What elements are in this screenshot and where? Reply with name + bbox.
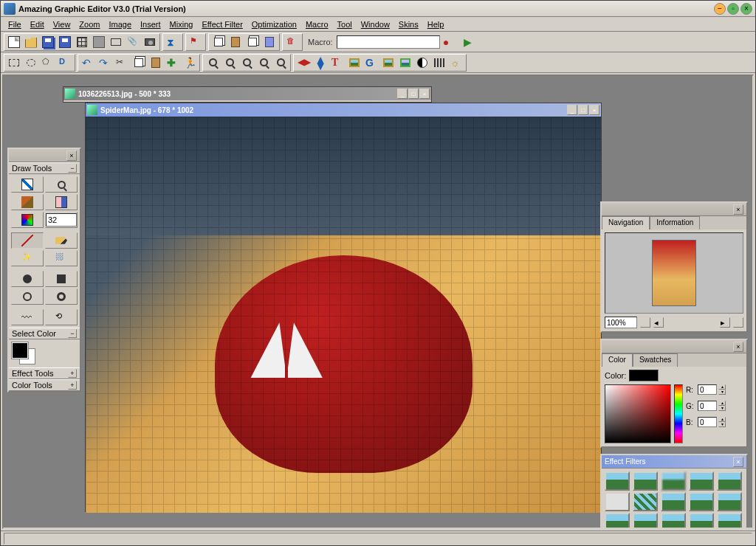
paste-button[interactable] — [227, 35, 244, 49]
select-text-button[interactable]: D — [57, 55, 73, 70]
effect-thumb-7[interactable] — [633, 492, 658, 511]
g-button[interactable]: G — [363, 55, 379, 70]
doc1-titlebar[interactable]: 1036226513.jpg - 500 * 333 _ □ × — [63, 87, 431, 100]
g-up[interactable]: ▴ — [718, 401, 726, 406]
b-input[interactable] — [698, 417, 717, 427]
macro-input[interactable] — [337, 35, 440, 49]
effect-thumb-1[interactable] — [605, 471, 630, 491]
doc2-minimize[interactable]: _ — [567, 105, 577, 115]
save-all-button[interactable] — [40, 35, 56, 49]
select-ellipse-button[interactable] — [23, 55, 39, 70]
zoom-actual-button[interactable] — [255, 55, 272, 70]
pencil-tool[interactable] — [45, 232, 78, 249]
g-input[interactable] — [698, 401, 717, 411]
fx-panel-close[interactable]: × — [733, 457, 743, 467]
new-button[interactable] — [6, 35, 22, 49]
close-button[interactable]: × — [740, 3, 752, 15]
foreground-swatch[interactable] — [12, 342, 28, 359]
menu-effect-filter[interactable]: Effect Filter — [197, 18, 247, 30]
b-up[interactable]: ▴ — [718, 417, 726, 422]
draw-tools-close[interactable]: × — [66, 151, 77, 161]
effect-thumb-5[interactable] — [717, 471, 742, 491]
runner-button[interactable]: 🏃 — [182, 55, 198, 70]
effect-thumb-11[interactable] — [605, 513, 630, 529]
tab-swatches[interactable]: Swatches — [633, 353, 678, 367]
effect-thumb-14[interactable] — [689, 513, 714, 529]
tab-navigation[interactable]: Navigation — [602, 216, 650, 229]
menu-zoom[interactable]: Zoom — [75, 18, 104, 30]
effect-thumb-3[interactable] — [661, 471, 686, 491]
tab-information[interactable]: Information — [650, 216, 700, 229]
mail-button[interactable] — [108, 35, 124, 49]
menu-tool[interactable]: Tool — [333, 18, 357, 30]
tab-color[interactable]: Color — [602, 353, 633, 367]
play-macro-button[interactable]: ▶ — [461, 35, 475, 49]
eyedropper-tool[interactable] — [11, 176, 44, 193]
menu-mixing[interactable]: Mixing — [165, 18, 198, 30]
text-button[interactable]: T — [329, 55, 346, 70]
select-rect-button[interactable] — [6, 55, 22, 70]
color-swatches[interactable] — [12, 342, 35, 364]
flag-button[interactable]: ⚑ — [188, 35, 204, 49]
ring-tool[interactable] — [45, 288, 78, 305]
browse-button[interactable] — [74, 35, 90, 49]
redo-button[interactable]: ↷ — [97, 55, 113, 70]
menu-edit[interactable]: Edit — [26, 18, 49, 30]
doc2-maximize[interactable]: □ — [578, 105, 588, 115]
curve-tool[interactable]: 〰 — [11, 309, 44, 325]
camera-button[interactable] — [142, 35, 158, 49]
zoom-out-button[interactable] — [205, 55, 221, 70]
nav-panel-close[interactable]: × — [733, 204, 743, 215]
eraser-tool[interactable] — [45, 194, 78, 210]
zoom-slider-right[interactable]: ▸ — [720, 317, 730, 328]
levels-button[interactable] — [431, 55, 447, 70]
zoom-up-button[interactable] — [733, 317, 743, 328]
color-tools-expand[interactable]: + — [68, 381, 77, 390]
frame-button[interactable] — [380, 55, 396, 70]
frame2-button[interactable] — [397, 55, 413, 70]
menu-help[interactable]: Help — [423, 18, 449, 30]
r-up[interactable]: ▴ — [718, 384, 726, 390]
zoom-down-button[interactable] — [640, 317, 650, 328]
maximize-button[interactable]: ▫ — [727, 3, 739, 15]
menu-macro[interactable]: Macro — [301, 18, 333, 30]
doc1-minimize[interactable]: _ — [397, 89, 408, 99]
zoom-in-button[interactable] — [221, 55, 238, 70]
doc1-maximize[interactable]: □ — [408, 89, 419, 99]
brush-size-input[interactable] — [46, 213, 77, 227]
contrast-button[interactable] — [414, 55, 430, 70]
timer-button[interactable]: ⧗ — [165, 35, 181, 49]
zoom-field[interactable] — [605, 317, 637, 328]
r-down[interactable]: ▾ — [718, 390, 726, 395]
effect-thumb-8[interactable] — [661, 492, 686, 511]
color-preview[interactable] — [629, 370, 659, 381]
circle-outline-tool[interactable] — [11, 288, 44, 305]
flip-h-button[interactable]: ◀▶ — [295, 55, 312, 70]
document-window-2[interactable]: SpiderMan.jpg - 678 * 1002 _ □ × — [85, 103, 602, 512]
crop-button[interactable]: ✚ — [165, 55, 181, 70]
effect-thumb-2[interactable] — [633, 471, 658, 491]
paste2-button[interactable] — [148, 55, 164, 70]
brush-size-tool[interactable] — [45, 212, 78, 228]
effect-thumb-12[interactable] — [633, 513, 658, 529]
doc2-canvas[interactable] — [86, 117, 601, 513]
record-button[interactable]: ● — [441, 35, 457, 49]
b-down[interactable]: ▾ — [718, 422, 726, 427]
lasso-tool[interactable]: ⟲ — [45, 309, 78, 325]
saturation-picker[interactable] — [605, 384, 671, 443]
select-freehand-button[interactable]: ⬠ — [40, 55, 56, 70]
paste-special-button[interactable] — [261, 35, 278, 49]
effect-thumb-13[interactable] — [661, 513, 686, 529]
save-button[interactable] — [57, 35, 73, 49]
effect-tools-expand[interactable]: + — [68, 369, 77, 378]
menu-insert[interactable]: Insert — [136, 18, 165, 30]
undo-button[interactable]: ↶ — [80, 55, 96, 70]
wand-tool[interactable]: ✨ — [11, 250, 44, 266]
document-window-1[interactable]: 1036226513.jpg - 500 * 333 _ □ × — [63, 86, 432, 103]
titlebar[interactable]: Amazing Graphic Editor V3.0 (Trial Versi… — [1, 1, 755, 17]
line-tool[interactable] — [11, 232, 44, 249]
insert-image-button[interactable] — [346, 55, 362, 70]
brush-tool[interactable] — [11, 194, 44, 210]
select-color-collapse[interactable]: − — [68, 329, 77, 338]
flip-v-button[interactable]: ◀▶ — [312, 55, 329, 70]
